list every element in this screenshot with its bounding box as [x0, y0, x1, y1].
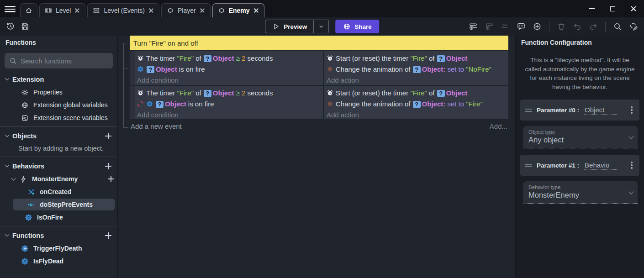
add-object-button[interactable]: [105, 132, 112, 140]
section-objects[interactable]: Objects: [0, 130, 117, 142]
text-segment: Start (or reset) the timer: [336, 89, 410, 97]
parameter-name-input[interactable]: Object: [584, 106, 617, 115]
add-action-link[interactable]: Add action: [327, 75, 506, 85]
event-comment[interactable]: Turn "Fire" on and off: [130, 36, 508, 50]
sidebar-item-dosteppreevents[interactable]: doStepPreEvents: [13, 199, 115, 210]
undo-icon[interactable]: [571, 21, 583, 32]
section-behaviors[interactable]: Behaviors: [0, 160, 117, 172]
drag-handle-icon[interactable]: [525, 107, 532, 113]
sidebar-item-triggerflydeath[interactable]: TriggerFlyDeath: [0, 242, 115, 254]
sidebar-item-oncreated[interactable]: onCreated: [0, 186, 115, 198]
preview-button[interactable]: Preview: [265, 20, 329, 33]
sidebar-item-isonfire[interactable]: ? IsOnFire: [0, 211, 115, 223]
config-panel-title: Function Configuration: [516, 36, 644, 49]
text-segment: ?: [156, 101, 164, 108]
text-segment: Object: [156, 65, 177, 73]
event-tree-tick: [123, 43, 128, 43]
action-line[interactable]: Start (or reset) the timer "Fire" of ?Ob…: [327, 88, 506, 99]
lightning-icon: [20, 175, 27, 183]
event-row[interactable]: The timer "Fire" of ?Object ≥ 2 seconds …: [130, 51, 508, 85]
item-label: doStepPreEvents: [40, 201, 93, 208]
behavior-type-select[interactable]: Behavior type MonsterEnemy: [523, 181, 638, 204]
add-comment-icon[interactable]: [515, 21, 527, 32]
svg-text:?: ?: [24, 259, 26, 264]
edit-extension-icon[interactable]: [628, 21, 639, 32]
tab-home[interactable]: [20, 3, 37, 17]
tab-level[interactable]: Level: [39, 3, 85, 17]
add-new-event-link[interactable]: Add a new event: [131, 122, 182, 130]
function-condition-icon: ?: [25, 214, 32, 221]
sidebar-item-scene-variables[interactable]: Extension scene variables: [0, 112, 115, 124]
gear-icon: [21, 89, 29, 96]
add-condition-link[interactable]: Add condition: [137, 75, 320, 85]
kebab-menu-icon[interactable]: [628, 105, 635, 115]
close-tab-icon[interactable]: [148, 7, 154, 14]
add-behavior-function-button[interactable]: [107, 175, 115, 183]
event-drag-rail[interactable]: [130, 51, 135, 85]
minimize-button[interactable]: [581, 0, 602, 17]
share-button[interactable]: Share: [335, 20, 379, 33]
search-functions-input[interactable]: [21, 57, 111, 65]
condition-line[interactable]: The timer "Fire" of ?Object ≥ 2 seconds: [137, 88, 320, 99]
sidebar-item-monsterenemy[interactable]: MonsterEnemy: [0, 173, 115, 185]
sidebar-item-properties[interactable]: Properties: [0, 86, 115, 98]
text-segment: "Fire": [177, 89, 194, 97]
choose-add-event-icon[interactable]: [531, 21, 543, 32]
add-condition-link[interactable]: Add condition: [137, 110, 320, 120]
add-event-icon[interactable]: [467, 21, 479, 32]
condition-line[interactable]: ?Object is on fire: [137, 99, 320, 110]
sidebar-item-isflydead[interactable]: ? IsFlyDead: [0, 255, 115, 267]
close-tab-icon[interactable]: [253, 7, 259, 14]
action-line[interactable]: Change the animation of ?Object: set to …: [327, 99, 506, 110]
text-segment: of: [427, 54, 437, 62]
lifecycle-description: This is a "lifecycle method". It will be…: [516, 49, 644, 93]
text-segment: The timer: [146, 89, 177, 97]
kebab-menu-icon[interactable]: [628, 161, 635, 170]
tab-level-events[interactable]: Level (Events): [87, 3, 159, 17]
text-segment: is on fire: [177, 65, 205, 73]
search-icon[interactable]: [612, 21, 623, 32]
field-value: MonsterEnemy: [528, 191, 625, 199]
text-segment: Start (or reset) the timer: [336, 54, 410, 62]
chevron-down-icon: [628, 134, 633, 139]
parameter-1-card[interactable]: Parameter #1 : Behavio: [520, 155, 639, 176]
condition-line[interactable]: The timer "Fire" of ?Object ≥ 2 seconds: [137, 53, 320, 64]
tab-player[interactable]: Player: [161, 3, 211, 17]
tab-bar: Level Level (Events) Player Enemy: [0, 0, 644, 17]
action-line[interactable]: Start (or reset) the timer "Fire" of ?Ob…: [327, 53, 506, 64]
preview-dropdown-button[interactable]: [313, 20, 328, 33]
history-icon[interactable]: [5, 21, 16, 32]
close-tab-icon[interactable]: [199, 7, 206, 14]
object-type-select[interactable]: Object type Any object: [523, 126, 638, 148]
action-line[interactable]: Change the animation of ?Object: set to …: [327, 64, 506, 75]
condition-line[interactable]: ?Object is on fire: [137, 64, 320, 75]
add-linked-event-icon[interactable]: [499, 21, 511, 32]
add-function-button[interactable]: [105, 232, 112, 239]
section-extension[interactable]: Extension: [0, 73, 117, 85]
hamburger-menu-icon[interactable]: [5, 5, 16, 13]
section-functions[interactable]: Functions: [0, 229, 117, 241]
parameter-label: Parameter #0 :: [537, 107, 579, 114]
add-subevent-icon[interactable]: [483, 21, 495, 32]
event-row[interactable]: The timer "Fire" of ?Object ≥ 2 seconds …: [130, 86, 508, 119]
search-functions-box[interactable]: [5, 53, 113, 68]
add-action-link[interactable]: Add action: [327, 110, 506, 120]
drag-handle-icon[interactable]: [525, 163, 532, 168]
text-segment: Object: [213, 89, 234, 97]
event-tree-tick: [123, 127, 128, 128]
close-button[interactable]: [623, 0, 644, 17]
maximize-button[interactable]: [602, 0, 623, 17]
add-more-link[interactable]: Add...: [490, 122, 507, 130]
close-tab-icon[interactable]: [74, 7, 80, 14]
event-drag-rail[interactable]: [130, 86, 135, 119]
tab-enemy[interactable]: Enemy: [212, 3, 264, 17]
parameter-0-card[interactable]: Parameter #0 : Object: [520, 100, 639, 121]
redo-icon[interactable]: [587, 21, 599, 32]
sidebar-item-global-variables[interactable]: Extension global variables: [0, 99, 115, 111]
add-behavior-button[interactable]: [105, 163, 112, 170]
section-label: Extension: [12, 76, 44, 83]
save-icon[interactable]: [19, 21, 31, 32]
parameter-name-input[interactable]: Behavio: [584, 161, 617, 170]
delete-icon[interactable]: [555, 21, 567, 32]
function-action-icon: [21, 245, 29, 252]
